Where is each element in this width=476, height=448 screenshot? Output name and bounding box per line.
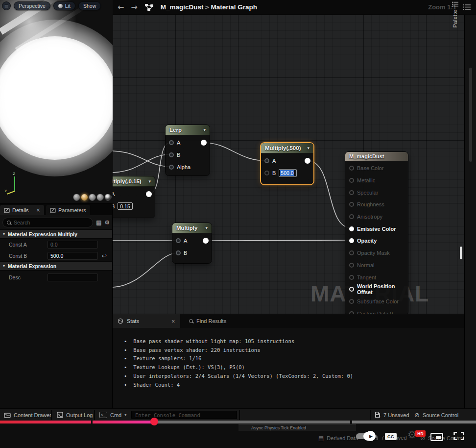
multiply-node[interactable]: Multiply▾ A B xyxy=(172,223,212,263)
scrollbar-thumb[interactable] xyxy=(469,68,472,162)
lerp-node[interactable]: Lerp▾ A B Alpha xyxy=(166,125,210,175)
play-button[interactable]: ▶ xyxy=(365,431,376,441)
back-arrow-icon[interactable]: ← xyxy=(118,3,124,11)
fullscreen-button[interactable] xyxy=(453,432,464,440)
output-log-button[interactable]: Output Log xyxy=(57,409,93,421)
input-pin[interactable] xyxy=(349,190,354,195)
result-pin-normal[interactable]: Normal xyxy=(345,259,408,272)
display-filter-grid-icon[interactable]: ▦ xyxy=(96,219,101,226)
chevron-down-icon[interactable]: ▾ xyxy=(148,179,151,184)
const-a-field[interactable]: 0.0 xyxy=(48,241,98,249)
reset-to-default-icon[interactable]: ↩ xyxy=(102,252,107,259)
input-pin[interactable] xyxy=(349,287,354,292)
close-icon[interactable]: × xyxy=(36,207,40,213)
breadcrumb-graph-name[interactable]: Material Graph xyxy=(211,3,258,11)
output-pin[interactable] xyxy=(146,191,152,197)
close-icon[interactable]: × xyxy=(171,319,175,324)
lerp-pin-alpha-row[interactable]: Alpha xyxy=(166,161,210,173)
const-b-inline-editor[interactable]: 500.0 xyxy=(279,169,296,177)
result-pin-custom-data-0[interactable]: Custom Data 0 xyxy=(345,307,408,314)
cmd-selector[interactable]: >_ Cmd ▾ xyxy=(99,409,126,421)
video-progress-bar[interactable] xyxy=(0,420,476,424)
content-drawer-button[interactable]: Content Drawer xyxy=(4,409,51,421)
material-graph-canvas[interactable]: MATERIAL Lerp▾ A B Alpha M xyxy=(113,15,464,314)
result-pin-specular[interactable]: Specular xyxy=(345,186,408,199)
result-pin-roughness[interactable]: Roughness xyxy=(345,199,408,211)
result-pin-base-color[interactable]: Base Color xyxy=(345,162,408,174)
preview-cylinder-button[interactable] xyxy=(73,194,80,201)
unsaved-assets-button[interactable]: ✳ 7 Unsaved xyxy=(374,409,409,421)
preview-custom-mesh-button[interactable] xyxy=(104,194,112,201)
tab-details[interactable]: Details × xyxy=(0,205,44,215)
input-pin[interactable] xyxy=(264,158,269,163)
input-pin[interactable] xyxy=(349,238,354,243)
material-preview-viewport[interactable]: ≡ Perspective Lit Show Z Y xyxy=(0,0,113,203)
multiply-500-node[interactable]: Multiply(,500)▾ A B 500.0 xyxy=(261,143,313,184)
miniplayer-button[interactable] xyxy=(430,433,443,441)
multiply-015-pin-a-row[interactable]: A xyxy=(113,188,155,200)
lerp-pin-b-row[interactable]: B xyxy=(166,149,210,161)
input-pin[interactable] xyxy=(176,250,181,255)
result-pin-tangent[interactable]: Tangent xyxy=(345,271,408,283)
perspective-button[interactable]: Perspective xyxy=(14,1,50,10)
preview-sphere-button[interactable] xyxy=(81,194,88,201)
result-pin-opacity[interactable]: Opacity xyxy=(345,235,408,247)
progress-scrubber-handle[interactable] xyxy=(150,418,158,425)
chevron-down-icon[interactable]: ▾ xyxy=(205,225,208,230)
multiply-pin-b-row[interactable]: B xyxy=(172,247,212,259)
input-pin[interactable] xyxy=(349,178,354,183)
input-pin[interactable] xyxy=(349,202,354,207)
breadcrumb-asset-name[interactable]: M_magicDust xyxy=(161,3,204,11)
input-pin[interactable] xyxy=(349,299,354,304)
input-pin[interactable] xyxy=(349,275,354,280)
result-pin-emissive-color[interactable]: Emissive Color xyxy=(345,223,408,235)
lit-mode-button[interactable]: Lit xyxy=(53,1,75,10)
derived-data-button[interactable]: ▤ Derived Data xyxy=(318,435,358,442)
const-b-inline-value[interactable]: 0.15 xyxy=(118,202,132,210)
output-pin[interactable] xyxy=(203,238,209,244)
multiply-015-pin-b-row[interactable]: B0.15 xyxy=(113,200,155,212)
multiply-500-pin-a-row[interactable]: A xyxy=(261,154,313,167)
preview-plane-button[interactable] xyxy=(89,194,96,201)
result-pin-world-position-offset[interactable]: World Position Offset xyxy=(345,283,408,296)
palette-list-icon[interactable] xyxy=(463,4,471,10)
result-pin-subsurface-color[interactable]: Subsurface Color xyxy=(345,296,408,308)
input-pin[interactable] xyxy=(349,311,354,314)
result-pin-anisotropy[interactable]: Anisotropy xyxy=(345,211,408,223)
output-pin[interactable] xyxy=(305,158,310,164)
multiply-500-pin-b-row[interactable]: B 500.0 xyxy=(261,167,313,179)
result-pin-opacity-mask[interactable]: Opacity Mask xyxy=(345,247,408,259)
multiply-015-node[interactable]: Multiply(,0.15)▾ A B0.15 xyxy=(113,176,155,218)
source-control-button[interactable]: ⊘ Source Control xyxy=(414,409,458,421)
tab-stats[interactable]: Stats × xyxy=(113,314,180,328)
viewport-menu-button[interactable]: ≡ xyxy=(2,1,11,10)
input-pin[interactable] xyxy=(349,263,354,268)
palette-tab[interactable]: Palette xyxy=(448,1,462,47)
preview-cube-button[interactable] xyxy=(96,194,104,201)
closed-captions-button[interactable]: CC xyxy=(385,433,397,440)
tab-find-results[interactable]: Find Results xyxy=(184,314,231,328)
graph-scrollbar-thumb[interactable] xyxy=(460,247,462,259)
chevron-down-icon[interactable]: ▾ xyxy=(203,127,206,132)
input-pin[interactable] xyxy=(264,171,269,175)
multiply-pin-a-row[interactable]: A xyxy=(172,234,212,247)
desc-field[interactable] xyxy=(48,274,98,281)
const-b-field[interactable]: 500.0 xyxy=(48,252,98,260)
input-pin[interactable] xyxy=(169,152,174,157)
output-pin[interactable] xyxy=(201,140,207,146)
search-input[interactable] xyxy=(14,220,89,225)
forward-arrow-icon[interactable]: → xyxy=(131,3,137,11)
settings-gear-icon[interactable]: ⚙ xyxy=(104,219,110,226)
input-pin[interactable] xyxy=(349,250,354,255)
result-pin-metallic[interactable]: Metallic xyxy=(345,174,408,187)
chevron-down-icon[interactable]: ▾ xyxy=(307,146,309,150)
lerp-pin-a-row[interactable]: A xyxy=(166,136,210,149)
console-command-input[interactable] xyxy=(131,411,237,419)
section-material-expression-multiply[interactable]: ▾ Material Expression Multiply xyxy=(0,229,112,239)
input-pin[interactable] xyxy=(349,166,354,171)
material-result-node[interactable]: M_magicDust Base Color Metallic Specular… xyxy=(345,152,408,314)
section-material-expression[interactable]: ▾ Material Expression xyxy=(0,261,112,271)
show-menu-button[interactable]: Show xyxy=(78,1,101,10)
input-pin[interactable] xyxy=(169,140,174,145)
input-pin[interactable] xyxy=(176,238,181,243)
